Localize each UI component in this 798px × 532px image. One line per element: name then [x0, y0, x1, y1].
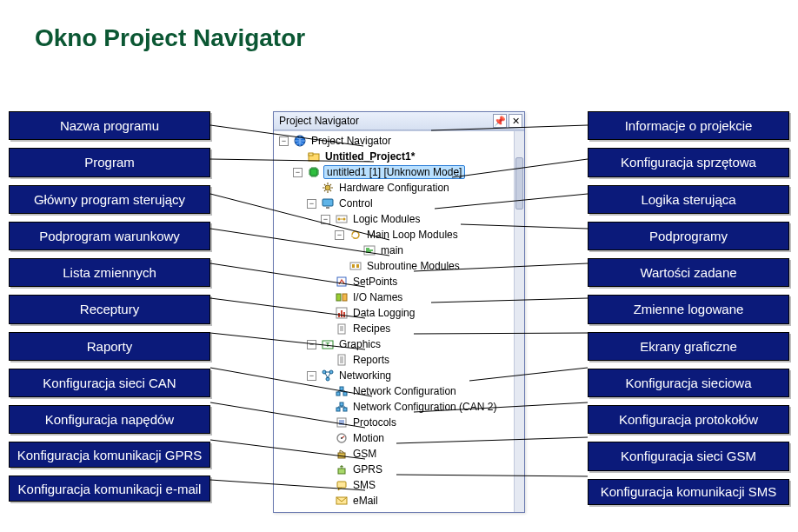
- node-recipes[interactable]: Recipes: [274, 321, 524, 336]
- tree-node-label: Hardware Configuration: [337, 182, 451, 194]
- node-projectnav[interactable]: −Project Navigator: [274, 133, 524, 149]
- folder-icon: [308, 150, 320, 163]
- node-control[interactable]: −Control: [274, 196, 524, 211]
- collapse-toggle-icon[interactable]: −: [307, 340, 316, 349]
- svg-rect-2: [309, 153, 313, 156]
- svg-point-4: [325, 185, 330, 190]
- mail-icon: [336, 495, 348, 507]
- node-hwconfig[interactable]: Hardware Configuration: [274, 180, 524, 196]
- node-graphics[interactable]: −TGraphics: [274, 336, 524, 352]
- collapse-toggle-icon[interactable]: −: [321, 215, 330, 224]
- node-motion[interactable]: Motion: [274, 430, 524, 446]
- tree-node-label: Control: [337, 197, 375, 209]
- callout-right-10: Konfiguracja komunikacji SMS: [588, 479, 789, 505]
- tree-node-label: Network Configuration (CAN 2): [351, 401, 498, 413]
- node-reports[interactable]: Reports: [274, 352, 524, 368]
- tree-node-label: Main Loop Modules: [365, 229, 460, 241]
- node-gsm[interactable]: GSM: [274, 446, 524, 462]
- close-icon[interactable]: ✕: [509, 114, 522, 128]
- center-column: Project Navigator 📌 ✕ −Project Navigator…: [273, 111, 525, 513]
- node-datalog[interactable]: Data Logging: [274, 305, 524, 321]
- pin-icon[interactable]: 📌: [493, 114, 507, 128]
- svg-rect-13: [356, 264, 359, 268]
- tree-node-label: Data Logging: [351, 307, 416, 319]
- scrollbar[interactable]: [514, 131, 524, 512]
- sms-icon: [336, 479, 348, 491]
- motion-icon: [336, 432, 348, 444]
- svg-rect-38: [338, 469, 345, 474]
- node-target[interactable]: −untitled1 [1] [Unknown Mode]: [274, 164, 524, 180]
- node-mainloop[interactable]: −Main Loop Modules: [274, 227, 524, 243]
- node-gprs[interactable]: GPRS: [274, 462, 524, 477]
- toggle-spacer: [321, 387, 330, 396]
- svg-rect-24: [338, 355, 345, 365]
- tree-node-label: Protocols: [351, 416, 398, 429]
- callout-left-0: Nazwa programu: [9, 111, 210, 140]
- toggle-spacer: [321, 402, 330, 412]
- toggle-spacer: [321, 356, 330, 365]
- callout-right-5: Zmienne logowane: [588, 295, 789, 323]
- callout-right-8: Konfiguracja protokołów: [588, 405, 789, 434]
- proto-icon: [336, 416, 348, 429]
- labels-right: Informacje o projekcieKonfiguracja sprzę…: [588, 111, 789, 505]
- code-icon: [363, 244, 376, 256]
- node-netconfig[interactable]: Network Configuration: [274, 383, 524, 399]
- tree-node-label: Untitled_Project1*: [323, 150, 416, 163]
- toggle-spacer: [321, 277, 330, 287]
- gear-icon: [322, 182, 334, 194]
- tree-node-label: Graphics: [337, 338, 382, 350]
- svg-rect-3: [310, 169, 317, 176]
- node-protocols[interactable]: Protocols: [274, 415, 524, 430]
- scrollbar-thumb[interactable]: [515, 157, 523, 209]
- node-logicmodules[interactable]: −Logic Modules: [274, 211, 524, 227]
- monitor-icon: [322, 197, 334, 209]
- svg-point-36: [341, 437, 342, 439]
- labels-left: Nazwa programuProgramGłówny program ster…: [9, 111, 210, 502]
- node-networking[interactable]: −Networking: [274, 368, 524, 383]
- toggle-spacer: [307, 183, 316, 193]
- chart-icon: [336, 307, 348, 319]
- node-sms[interactable]: SMS: [274, 477, 524, 493]
- node-subroutines[interactable]: Subroutine Modules: [274, 258, 524, 274]
- collapse-toggle-icon[interactable]: −: [307, 199, 316, 209]
- callout-right-3: Podprogramy: [588, 222, 789, 250]
- collapse-toggle-icon[interactable]: −: [307, 371, 316, 381]
- node-email[interactable]: eMail: [274, 493, 524, 509]
- loop-icon: [349, 229, 362, 241]
- tree-node-label: Project Navigator: [309, 135, 393, 147]
- svg-point-8: [338, 218, 341, 221]
- svg-rect-20: [343, 312, 345, 317]
- svg-rect-37: [338, 453, 345, 458]
- globe-icon: [294, 135, 306, 147]
- tree-view[interactable]: −Project NavigatorUntitled_Project1*−unt…: [274, 130, 524, 512]
- toggle-spacer: [321, 324, 330, 334]
- collapse-toggle-icon[interactable]: −: [335, 230, 344, 240]
- tree-node-label: SMS: [351, 479, 377, 491]
- node-main[interactable]: main: [274, 243, 524, 258]
- svg-rect-18: [338, 313, 340, 317]
- svg-rect-28: [336, 392, 340, 396]
- tree-node-label: Networking: [337, 369, 393, 382]
- svg-text:T: T: [326, 341, 330, 349]
- tree-node-label: Recipes: [351, 323, 392, 335]
- node-setpoints[interactable]: SetPoints: [274, 274, 524, 289]
- tree-node-label: Subroutine Modules: [365, 260, 462, 272]
- svg-rect-19: [341, 310, 342, 317]
- chip-icon: [308, 166, 320, 178]
- callout-right-0: Informacje o projekcie: [588, 111, 789, 140]
- node-netconfig-can2[interactable]: Network Configuration (CAN 2): [274, 399, 524, 415]
- svg-rect-29: [343, 392, 347, 396]
- callout-left-7: Konfiguracja sieci CAN: [9, 369, 210, 397]
- recipe-icon: [336, 323, 348, 335]
- callout-right-4: Wartości zadane: [588, 258, 789, 287]
- panel-titlebar[interactable]: Project Navigator 📌 ✕: [274, 112, 524, 130]
- callout-right-6: Ekrany graficzne: [588, 332, 789, 361]
- svg-rect-39: [337, 482, 346, 488]
- collapse-toggle-icon[interactable]: −: [293, 168, 303, 177]
- node-project[interactable]: Untitled_Project1*: [274, 149, 524, 164]
- node-ionames[interactable]: I/O Names: [274, 289, 524, 305]
- toggle-spacer: [321, 465, 330, 475]
- svg-rect-14: [337, 277, 346, 286]
- collapse-toggle-icon[interactable]: −: [279, 136, 289, 146]
- report-icon: [336, 354, 348, 366]
